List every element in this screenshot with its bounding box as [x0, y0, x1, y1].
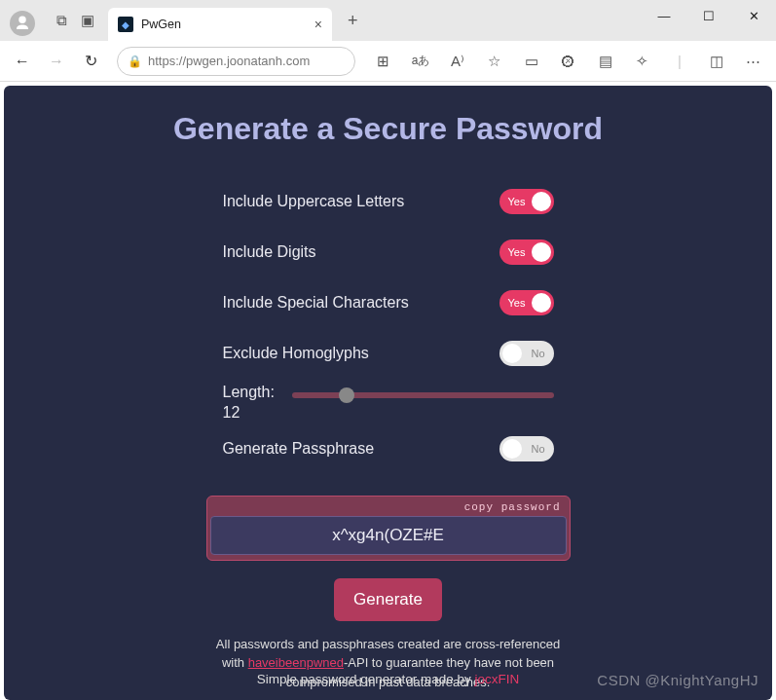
new-tab-button[interactable]: +: [340, 7, 366, 35]
copy-password-button[interactable]: copy password: [210, 499, 567, 516]
workspaces-icon[interactable]: ⧉: [56, 12, 67, 29]
more-icon[interactable]: ⋯: [739, 47, 768, 76]
extensions-icon[interactable]: ✧: [628, 47, 657, 76]
close-window-button[interactable]: ✕: [731, 0, 776, 31]
passphrase-toggle[interactable]: No: [499, 436, 554, 461]
author-link[interactable]: jocxFIN: [474, 672, 519, 686]
footer: Simple password generator made by jocxFI…: [4, 672, 772, 686]
length-label: Length:: [223, 383, 275, 403]
option-label: Include Digits: [223, 243, 316, 261]
profile-avatar[interactable]: [10, 11, 35, 36]
back-button[interactable]: ←: [8, 45, 36, 78]
forward-button: →: [42, 45, 70, 78]
titlebar: ⧉ ▣ ◆ PwGen × + — ☐ ✕: [0, 0, 776, 41]
tab-actions-icon[interactable]: ▣: [81, 12, 94, 29]
app: Generate a Secure Password Include Upper…: [4, 86, 772, 700]
titlebar-icons: ⧉ ▣: [56, 12, 94, 29]
window-controls: — ☐ ✕: [642, 0, 776, 31]
uppercase-toggle[interactable]: Yes: [499, 189, 554, 214]
toggle-knob: [502, 439, 522, 459]
slider-thumb[interactable]: [339, 387, 354, 403]
password-value[interactable]: x^xg4n(OZE#E: [210, 516, 567, 555]
lock-icon: 🔒: [128, 55, 142, 68]
close-tab-button[interactable]: ×: [314, 17, 322, 32]
blocker-icon[interactable]: ⮿: [554, 47, 583, 76]
generate-button[interactable]: Generate: [334, 578, 442, 621]
address-bar[interactable]: 🔒 https://pwgen.joonatanh.com: [117, 47, 355, 76]
cast-icon[interactable]: ▭: [517, 47, 546, 76]
special-toggle[interactable]: Yes: [499, 290, 554, 315]
option-uppercase: Include Uppercase Letters Yes: [223, 176, 554, 227]
option-label: Exclude Homoglyphs: [223, 345, 369, 362]
tab-title: PwGen: [141, 18, 307, 31]
translate-icon[interactable]: aあ: [406, 47, 435, 76]
options-panel: Include Uppercase Letters Yes Include Di…: [223, 176, 554, 474]
maximize-button[interactable]: ☐: [686, 0, 731, 31]
browser-tab[interactable]: ◆ PwGen ×: [108, 8, 332, 41]
apps-icon[interactable]: ⊞: [369, 47, 398, 76]
toggle-knob: [532, 242, 551, 262]
hibp-link[interactable]: haveibeenpwned: [248, 655, 344, 670]
split-icon[interactable]: ◫: [702, 47, 731, 76]
slider-track: [292, 392, 554, 398]
homoglyphs-toggle[interactable]: No: [499, 341, 554, 366]
favorite-icon[interactable]: ☆: [480, 47, 509, 76]
option-label: Include Special Characters: [223, 294, 409, 312]
option-label: Include Uppercase Letters: [223, 193, 405, 210]
digits-toggle[interactable]: Yes: [499, 239, 554, 265]
length-slider[interactable]: [292, 392, 554, 398]
minimize-button[interactable]: —: [642, 0, 686, 31]
separator: |: [665, 47, 694, 76]
option-homoglyphs: Exclude Homoglyphs No: [223, 328, 554, 379]
option-length: Length: 12: [223, 383, 554, 424]
toolbar-right: ⊞ aあ A⁾ ☆ ▭ ⮿ ▤ ✧ | ◫ ⋯: [369, 47, 768, 76]
read-aloud-icon[interactable]: A⁾: [443, 47, 472, 76]
page-title: Generate a Secure Password: [4, 111, 772, 147]
toggle-knob: [502, 344, 522, 363]
option-passphrase: Generate Passphrase No: [223, 424, 554, 474]
password-box: copy password x^xg4n(OZE#E: [206, 496, 571, 561]
option-label: Generate Passphrase: [223, 440, 375, 458]
length-value: 12: [223, 403, 275, 424]
url-text: https://pwgen.joonatanh.com: [148, 54, 310, 68]
toolbar: ← → ↻ 🔒 https://pwgen.joonatanh.com ⊞ aあ…: [0, 41, 776, 82]
collections-icon[interactable]: ▤: [591, 47, 620, 76]
toggle-knob: [532, 192, 551, 211]
reload-button[interactable]: ↻: [77, 45, 105, 78]
option-digits: Include Digits Yes: [223, 227, 554, 277]
favicon: ◆: [118, 17, 133, 32]
option-special: Include Special Characters Yes: [223, 277, 554, 328]
viewport: Generate a Secure Password Include Upper…: [0, 82, 776, 700]
toggle-knob: [532, 293, 551, 313]
